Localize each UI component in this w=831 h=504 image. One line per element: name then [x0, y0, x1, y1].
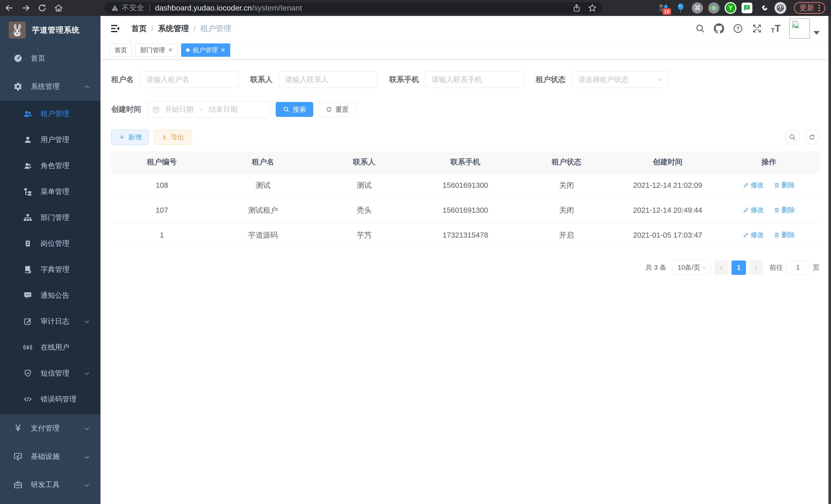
- browser-home-button[interactable]: [51, 1, 66, 15]
- window-scrollbar-track[interactable]: [828, 16, 831, 504]
- end-date-input[interactable]: [204, 105, 242, 114]
- page-size-select[interactable]: 10条/页: [672, 261, 711, 275]
- dictionary-icon: [23, 265, 33, 274]
- tenant-name-input[interactable]: [140, 71, 238, 88]
- sidebar-item-dictionary[interactable]: 字典管理: [0, 256, 101, 282]
- bookmark-star-icon[interactable]: [588, 3, 597, 12]
- export-button[interactable]: 导出: [154, 130, 192, 145]
- sidebar-item-label: 基础设施: [31, 452, 60, 462]
- edit-link[interactable]: 修改: [743, 230, 764, 239]
- breadcrumb: 首页 / 系统管理 / 租户管理: [131, 23, 231, 34]
- tag-tenant-active[interactable]: 租户管理 ✕: [181, 43, 230, 57]
- tag-close-icon[interactable]: ✕: [168, 47, 173, 53]
- goto-page-input[interactable]: [786, 261, 809, 275]
- status-select[interactable]: 请选择租户状态: [572, 71, 669, 88]
- refresh-table-button[interactable]: [805, 130, 820, 145]
- broken-image-icon: [791, 20, 800, 29]
- sidebar-item-label: 研发工具: [31, 480, 60, 490]
- show-search-toggle-button[interactable]: [785, 130, 800, 145]
- chevron-down-icon: [84, 424, 90, 432]
- sidebar-item-departments[interactable]: 部门管理: [0, 205, 101, 230]
- browser-update-button[interactable]: 更新: [794, 2, 825, 14]
- browser-forward-button[interactable]: [19, 1, 33, 15]
- pagination: 共 3 条 10条/页 1 前往 页: [111, 261, 820, 275]
- sidebar-item-system[interactable]: 系统管理: [0, 72, 101, 101]
- search-button[interactable]: 搜索: [276, 102, 313, 117]
- breadcrumb-system[interactable]: 系统管理: [158, 23, 189, 34]
- sidebar-item-tenant[interactable]: 租户管理: [0, 101, 101, 127]
- extension-chat[interactable]: [742, 3, 752, 13]
- add-button[interactable]: 新增: [111, 130, 149, 145]
- extension-command[interactable]: ⌘: [692, 2, 703, 13]
- tag-close-icon[interactable]: ✕: [221, 47, 225, 53]
- url-domain: dashboard.yudao.iocoder.cn: [155, 4, 252, 12]
- audit-log-icon: [23, 317, 33, 326]
- prev-page-button[interactable]: [715, 261, 728, 275]
- edit-link[interactable]: 修改: [743, 206, 764, 214]
- sidebar-item-label: 租户管理: [40, 109, 69, 119]
- sidebar-item-online-users[interactable]: 在线用户: [0, 334, 101, 360]
- sidebar-item-notices[interactable]: 通知公告: [0, 282, 101, 308]
- sidebar-collapse-icon[interactable]: [110, 23, 120, 34]
- reset-button[interactable]: 重置: [318, 102, 356, 117]
- browser-reload-button[interactable]: [35, 1, 49, 15]
- extensions-puzzle-button[interactable]: [757, 2, 769, 14]
- address-bar[interactable]: 不安全 dashboard.yudao.iocoder.cn/system/te…: [104, 2, 602, 13]
- sidebar-item-label: 角色管理: [40, 161, 69, 171]
- delete-link[interactable]: 删除: [774, 181, 795, 189]
- app-logo-row[interactable]: 🐰 芋道管理系统: [0, 16, 101, 44]
- chevron-down-icon: [84, 369, 90, 377]
- url-path: /system/tenant: [252, 4, 302, 12]
- delete-link[interactable]: 删除: [774, 206, 795, 214]
- page-size-value: 10条/页: [677, 263, 701, 272]
- tag-dept[interactable]: 部门管理 ✕: [136, 43, 177, 57]
- font-size-icon[interactable]: TT: [771, 23, 781, 34]
- github-icon[interactable]: [714, 23, 724, 34]
- edit-link[interactable]: 修改: [743, 181, 764, 189]
- sidebar-item-payment[interactable]: ¥ 支付管理: [0, 414, 101, 442]
- tenant-users-icon: [23, 109, 33, 118]
- cell-mobile: 17321315478: [415, 223, 516, 248]
- sidebar-item-users[interactable]: 用户管理: [0, 127, 101, 153]
- sidebar-item-posts[interactable]: 岗位管理: [0, 230, 101, 256]
- create-time-range-picker[interactable]: -: [147, 101, 270, 118]
- extension-grey-dot[interactable]: [708, 2, 719, 13]
- sidebar-item-menus[interactable]: 菜单管理: [0, 179, 101, 205]
- sidebar-item-infrastructure[interactable]: 基础设施: [0, 442, 101, 471]
- trash-icon: [774, 232, 780, 238]
- sidebar-item-home[interactable]: 首页: [0, 44, 101, 72]
- extension-diamond[interactable]: 10: [658, 2, 670, 14]
- delete-link[interactable]: 删除: [774, 230, 795, 239]
- sidebar-item-audit-log[interactable]: 审计日志: [0, 308, 101, 334]
- chat-extension-icon: [743, 4, 751, 12]
- browser-back-button[interactable]: [2, 1, 17, 15]
- share-icon[interactable]: [572, 4, 581, 12]
- cell-mobile: 15601691300: [415, 173, 516, 198]
- browser-chrome: 不安全 dashboard.yudao.iocoder.cn/system/te…: [0, 0, 831, 16]
- post-badge-icon: [23, 239, 33, 248]
- page-number-button[interactable]: 1: [732, 261, 746, 275]
- tree-icon: [23, 187, 33, 196]
- extension-balloon[interactable]: [675, 2, 687, 14]
- tag-home[interactable]: 首页: [110, 43, 132, 57]
- sidebar-item-error-codes[interactable]: 错误码管理: [0, 386, 101, 412]
- extension-y[interactable]: Y: [725, 2, 737, 14]
- browser-menu-kebab-icon[interactable]: [819, 4, 820, 11]
- cell-tenant-id: 107: [111, 198, 212, 223]
- fullscreen-icon[interactable]: [752, 23, 762, 34]
- infrastructure-icon: [13, 452, 23, 461]
- start-date-input[interactable]: [160, 105, 198, 114]
- next-page-button[interactable]: [749, 261, 763, 275]
- sidebar-item-sms[interactable]: 短信管理: [0, 360, 101, 386]
- contact-input[interactable]: [279, 71, 377, 88]
- browser-profile-avatar[interactable]: 😃: [774, 2, 786, 14]
- filter-row-2: 创建时间 - 搜索 重置: [111, 101, 820, 118]
- sidebar-item-devtools[interactable]: 研发工具: [0, 471, 101, 499]
- header-search-icon[interactable]: [695, 24, 705, 33]
- help-icon[interactable]: ?: [733, 23, 743, 34]
- sidebar-item-roles[interactable]: 角色管理: [0, 153, 101, 179]
- breadcrumb-home[interactable]: 首页: [131, 23, 147, 34]
- create-time-label: 创建时间: [111, 104, 141, 115]
- mobile-input[interactable]: [425, 71, 524, 88]
- user-avatar-menu[interactable]: [790, 18, 820, 39]
